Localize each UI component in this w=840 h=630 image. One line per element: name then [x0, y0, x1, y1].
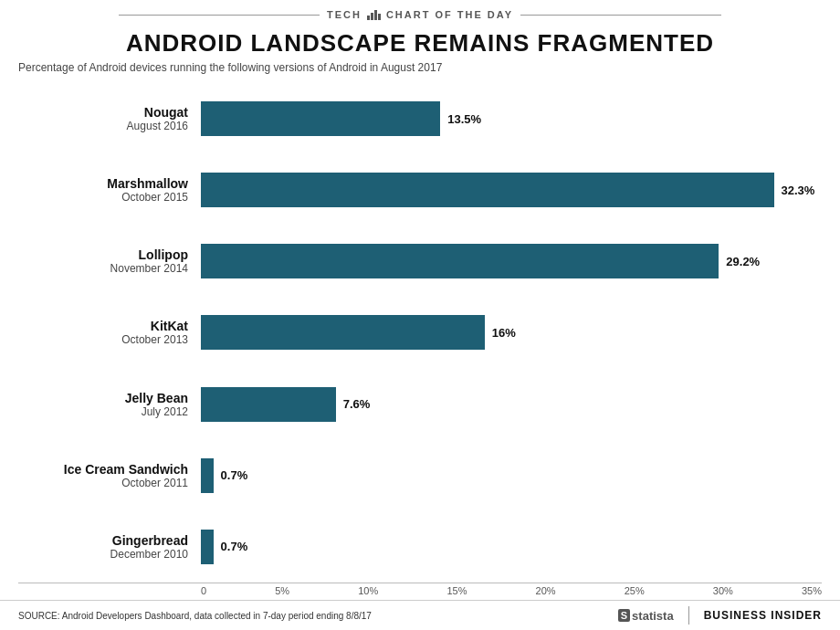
- bar-fill: [201, 244, 719, 278]
- statista-icon: S: [618, 609, 630, 622]
- bar-label: Nougat August 2016: [18, 105, 201, 132]
- bar-label: KitKat October 2013: [18, 319, 201, 346]
- x-tick: 5%: [275, 585, 289, 596]
- x-tick: 10%: [358, 585, 378, 596]
- bars-container: Nougat August 2016 13.5% Marshmallow Oct…: [18, 83, 822, 583]
- footer-source: SOURCE: Android Developers Dashboard, da…: [18, 611, 372, 621]
- x-axis: 05%10%15%20%25%30%35%: [18, 583, 822, 598]
- bar-fill: [201, 530, 214, 564]
- bar-fill: [201, 387, 336, 422]
- banner-line-left: [119, 15, 320, 16]
- version-name: Nougat: [144, 105, 188, 120]
- bar-fill: [201, 458, 214, 493]
- version-name: Lollipop: [139, 247, 188, 262]
- banner: TECH CHART OF THE DAY: [0, 0, 840, 24]
- bar-label: Jelly Bean July 2012: [18, 391, 201, 418]
- bar-value: 29.2%: [726, 255, 760, 268]
- x-tick: 15%: [446, 585, 467, 596]
- bar-fill: [201, 173, 774, 207]
- version-date: October 2011: [121, 477, 188, 489]
- x-axis-ticks: 05%10%15%20%25%30%35%: [201, 585, 822, 596]
- bar-label: Ice Cream Sandwich October 2011: [18, 462, 201, 489]
- bar-value: 0.7%: [221, 468, 248, 482]
- bar-track: 16%: [201, 315, 822, 350]
- bar-track: 0.7%: [201, 530, 822, 564]
- chart-title: ANDROID LANDSCAPE REMAINS FRAGMENTED: [0, 24, 840, 59]
- chart-subtitle: Percentage of Android devices running th…: [0, 59, 840, 79]
- bar-track: 29.2%: [201, 244, 822, 278]
- bi-logo: BUSINESS INSIDER: [704, 609, 822, 622]
- version-name: Gingerbread: [112, 533, 188, 548]
- version-name: Marshmallow: [107, 176, 188, 191]
- banner-line-right: [520, 15, 721, 16]
- bar-track: 13.5%: [201, 101, 822, 136]
- banner-text: TECH CHART OF THE DAY: [327, 9, 513, 20]
- bar-label: Marshmallow October 2015: [18, 176, 201, 204]
- statista-text: statista: [632, 609, 674, 623]
- version-name: Ice Cream Sandwich: [64, 462, 188, 477]
- statista-logo: S statista: [618, 609, 674, 623]
- bar-value: 7.6%: [343, 397, 371, 411]
- bar-label: Gingerbread December 2010: [18, 533, 201, 561]
- page-container: TECH CHART OF THE DAY ANDROID LANDSCAPE …: [0, 0, 840, 630]
- bar-row: Marshmallow October 2015 32.3%: [18, 166, 822, 214]
- version-date: July 2012: [142, 405, 188, 418]
- version-date: December 2010: [110, 548, 188, 561]
- version-name: Jelly Bean: [125, 391, 188, 405]
- bar-value: 16%: [492, 326, 516, 340]
- bar-track: 7.6%: [201, 387, 822, 422]
- bar-fill: [201, 101, 440, 136]
- bar-track: 32.3%: [201, 173, 822, 207]
- bar-row: Nougat August 2016 13.5%: [18, 95, 822, 142]
- x-tick: 35%: [802, 585, 822, 596]
- bar-value: 0.7%: [221, 540, 248, 553]
- version-date: August 2016: [127, 120, 188, 132]
- footer: SOURCE: Android Developers Dashboard, da…: [0, 600, 840, 630]
- bar-row: Lollipop November 2014 29.2%: [18, 237, 822, 285]
- bar-row: Jelly Bean July 2012 7.6%: [18, 381, 822, 428]
- bar-row: Gingerbread December 2010 0.7%: [18, 523, 822, 571]
- version-name: KitKat: [151, 319, 188, 333]
- banner-tech: TECH: [327, 9, 362, 20]
- bar-chart-icon: [367, 10, 381, 20]
- bar-value: 32.3%: [782, 184, 815, 197]
- x-tick: 20%: [536, 585, 556, 596]
- footer-divider: [688, 606, 689, 625]
- banner-cotd: CHART OF THE DAY: [386, 9, 513, 20]
- version-date: October 2013: [121, 333, 188, 346]
- bar-track: 0.7%: [201, 458, 822, 493]
- footer-logos: S statista BUSINESS INSIDER: [618, 606, 822, 625]
- x-tick: 30%: [713, 585, 733, 596]
- x-tick: 25%: [625, 585, 645, 596]
- x-tick: 0: [201, 585, 206, 596]
- bar-row: KitKat October 2013 16%: [18, 309, 822, 356]
- version-date: October 2015: [121, 191, 188, 204]
- bar-row: Ice Cream Sandwich October 2011 0.7%: [18, 452, 822, 499]
- bar-value: 13.5%: [447, 112, 481, 126]
- version-date: November 2014: [110, 262, 188, 275]
- bar-label: Lollipop November 2014: [18, 247, 201, 275]
- chart-area: Nougat August 2016 13.5% Marshmallow Oct…: [0, 79, 840, 598]
- bar-fill: [201, 315, 485, 350]
